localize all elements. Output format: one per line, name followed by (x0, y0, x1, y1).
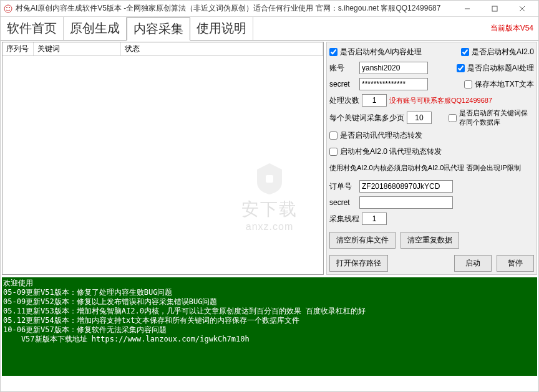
ip-note: 使用村兔AI2.0内核必须启动村兔AI2.0讯代理 否则会出现IP限制 (329, 163, 521, 173)
checkbox-keyword-db[interactable] (449, 114, 457, 122)
settings-panel: 是否启动村兔AI内容处理 是否启动村兔AI2.0 账号 是否启动标题AI处理 s… (326, 42, 537, 275)
minimize-button[interactable] (454, 1, 481, 16)
checkbox-proxy[interactable] (329, 131, 337, 140)
secret2-input[interactable] (359, 196, 453, 209)
label-account: 账号 (329, 63, 357, 74)
checkbox-ai-content[interactable] (329, 48, 337, 56)
svg-point-1 (6, 7, 7, 8)
col-index[interactable]: 序列号 (2, 42, 34, 55)
order-input[interactable] (359, 180, 453, 193)
label-secret: secret (329, 80, 357, 88)
clear-lib-button[interactable]: 清空所有库文件 (329, 232, 396, 249)
tab-collect[interactable]: 内容采集 (127, 17, 190, 41)
main-tabs: 软件首页 原创生成 内容采集 使用说明 (1, 17, 253, 40)
checkbox-title-ai[interactable] (457, 64, 465, 72)
close-button[interactable] (508, 1, 536, 16)
start-button[interactable]: 启动 (454, 255, 492, 272)
account-input[interactable] (359, 62, 428, 74)
titlebar: 村兔AI原创内容生成软件V5版本 -全网独家原创算法（非近义词伪原创）适合任何行… (1, 1, 538, 17)
window-title: 村兔AI原创内容生成软件V5版本 -全网独家原创算法（非近义词伪原创）适合任何行… (16, 3, 454, 14)
svg-point-0 (4, 5, 12, 12)
secret-input[interactable] (359, 78, 428, 90)
col-keyword[interactable]: 关键词 (34, 42, 121, 55)
label-order: 订单号 (329, 181, 357, 192)
checkbox-ai20[interactable] (461, 48, 469, 56)
label-save-txt: 保存本地TXT文本 (475, 79, 534, 90)
threads-input[interactable] (362, 213, 387, 225)
label-threads: 采集线程 (329, 214, 359, 224)
label-proxy: 是否启动讯代理动态转发 (340, 130, 422, 141)
label-ai20-proxy: 启动村兔AI2.0 讯代理动态转发 (340, 146, 442, 157)
app-icon (3, 4, 13, 14)
contact-note: 没有账号可联系客服QQ12499687 (389, 96, 492, 105)
pause-button[interactable]: 暂停 (497, 255, 534, 272)
svg-rect-4 (492, 6, 497, 11)
label-ai-content: 是否启动村兔AI内容处理 (340, 47, 422, 57)
label-keyword-db: 是否启动所有关键词保存同个数据库 (459, 108, 534, 127)
maximize-button[interactable] (481, 1, 508, 16)
label-pages: 每个关键词采集多少页 (329, 113, 404, 123)
tab-home[interactable]: 软件首页 (1, 17, 64, 40)
col-status[interactable]: 状态 (121, 42, 323, 55)
log-panel: 欢迎使用 05-09更新V51版本：修复了处理内容生败BUG问题 05-09更新… (2, 277, 537, 376)
content-area: 序列号 关键词 状态 是否启动村兔AI内容处理 是否启动村兔AI2.0 账号 是… (1, 41, 538, 276)
svg-point-2 (9, 7, 10, 8)
tab-help[interactable]: 使用说明 (190, 17, 253, 40)
pages-input[interactable] (407, 112, 432, 124)
list-header: 序列号 关键词 状态 (2, 42, 323, 56)
tab-generate[interactable]: 原创生成 (64, 17, 127, 40)
count-input[interactable] (362, 94, 387, 107)
top-row: 软件首页 原创生成 内容采集 使用说明 当前版本V54 (1, 17, 538, 41)
label-ai20: 是否启动村兔AI2.0 (472, 47, 534, 57)
label-title-ai: 是否启动标题AI处理 (467, 63, 534, 74)
list-body[interactable] (2, 56, 323, 274)
label-count: 处理次数 (329, 95, 359, 106)
label-secret2: secret (329, 198, 357, 207)
version-label: 当前版本V54 (490, 23, 533, 34)
open-path-button[interactable]: 打开保存路径 (329, 255, 388, 272)
clear-dup-button[interactable]: 清空重复数据 (401, 232, 459, 249)
keyword-list: 序列号 关键词 状态 (2, 42, 324, 275)
checkbox-ai20-proxy[interactable] (329, 148, 337, 156)
checkbox-save-txt[interactable] (464, 80, 472, 88)
